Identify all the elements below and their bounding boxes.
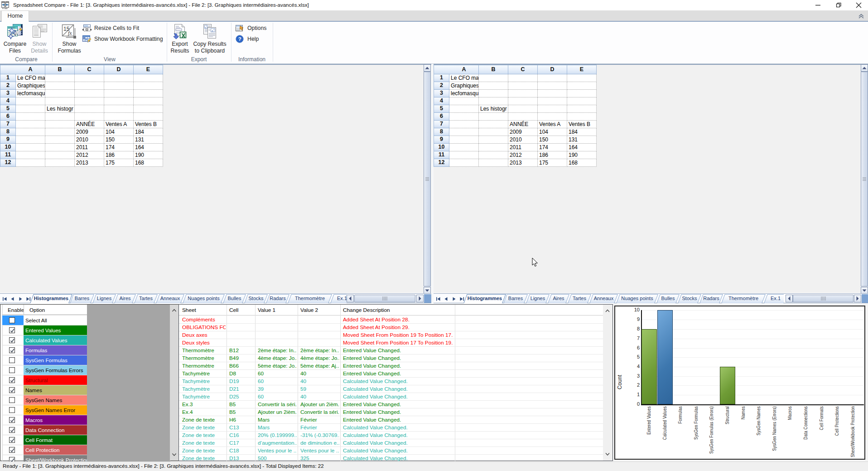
svg-text:?: ?	[238, 36, 241, 42]
svg-text:fx: fx	[68, 30, 72, 36]
